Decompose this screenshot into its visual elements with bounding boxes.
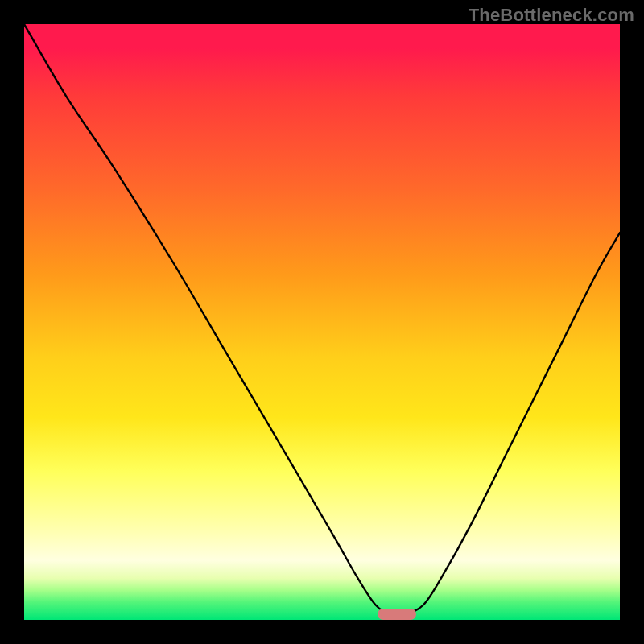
plot-area (24, 24, 620, 620)
bottleneck-curve (24, 24, 620, 620)
watermark-text: TheBottleneck.com (469, 5, 634, 26)
optimal-marker (378, 609, 416, 620)
chart-frame: TheBottleneck.com (0, 0, 644, 644)
